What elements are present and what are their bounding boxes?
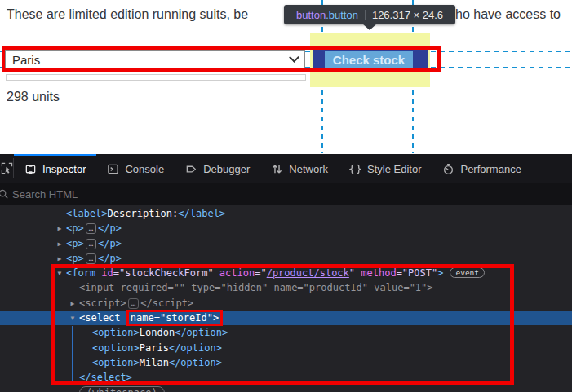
expander-closed-icon[interactable]: ▶: [53, 237, 66, 252]
tooltip-dimensions: 126.317 × 24.6: [372, 9, 443, 21]
style-editor-icon: [349, 163, 361, 175]
tab-inspector[interactable]: Inspector: [14, 154, 96, 183]
pick-element-icon[interactable]: [0, 158, 14, 178]
tooltip-tag-name: button: [296, 9, 326, 21]
browser-screen: These are limited edition running suits,…: [0, 0, 572, 392]
debugger-icon: [185, 163, 197, 175]
tab-label: Network: [289, 163, 328, 175]
token-tag: <p>: [66, 253, 84, 264]
expander-closed-icon[interactable]: ▶: [53, 222, 66, 236]
product-description-text-continued: ho have access to: [455, 7, 561, 22]
tab-style-editor[interactable]: Style Editor: [339, 154, 432, 183]
token-ws: (whitespace): [79, 386, 165, 392]
tab-label: Performance: [460, 163, 521, 175]
token-tag: </label>: [178, 208, 225, 219]
token-text: Description:: [108, 208, 179, 219]
token-ellipsis[interactable]: …: [86, 223, 96, 234]
token-tag: </p>: [98, 222, 122, 234]
annotation-rect-form-markup: [51, 264, 514, 385]
search-html-input[interactable]: [9, 188, 572, 200]
token-tag: <label>: [66, 208, 108, 219]
partial-element-box: [6, 74, 306, 81]
product-description-text: These are limited edition running suits,…: [7, 7, 248, 22]
token-tag: <p>: [66, 222, 84, 234]
annotation-rect-form-controls: [2, 46, 441, 72]
performance-icon: [442, 163, 454, 175]
stock-result-text: 298 units: [7, 90, 60, 104]
tree-row[interactable]: <label>Description:</label>: [0, 206, 572, 221]
token-ellipsis[interactable]: …: [86, 239, 96, 249]
tooltip-arrow: [362, 24, 377, 30]
devtools-tabs: InspectorConsoleDebuggerNetworkStyle Edi…: [14, 154, 532, 183]
console-icon: [107, 163, 119, 175]
tab-console[interactable]: Console: [96, 154, 175, 183]
tab-label: Debugger: [203, 163, 250, 175]
search-icon: [0, 188, 9, 200]
tab-debugger[interactable]: Debugger: [175, 154, 260, 183]
html-search-bar: [0, 183, 572, 205]
inspector-icon: [24, 163, 37, 175]
tree-row[interactable]: (whitespace): [0, 385, 572, 392]
tab-network[interactable]: Network: [260, 154, 339, 183]
tab-performance[interactable]: Performance: [432, 154, 531, 183]
tooltip-class-name: .button: [326, 9, 358, 21]
tree-row[interactable]: ▶<p>…</p>: [0, 221, 572, 236]
token-tag: </p>: [98, 253, 122, 264]
element-size-tooltip: button.button 126.317 × 24.6: [284, 5, 455, 24]
tab-label: Inspector: [42, 163, 86, 175]
tab-label: Style Editor: [367, 163, 421, 175]
tab-label: Console: [125, 163, 164, 175]
tooltip-separator: [365, 10, 366, 20]
network-icon: [271, 163, 283, 175]
tree-row[interactable]: ▶<p>…</p>: [0, 236, 572, 251]
token-ellipsis[interactable]: …: [86, 253, 96, 264]
token-tag: <p>: [66, 238, 84, 249]
devtools-tabbar: InspectorConsoleDebuggerNetworkStyle Edi…: [0, 154, 572, 183]
token-tag: </p>: [98, 238, 122, 249]
